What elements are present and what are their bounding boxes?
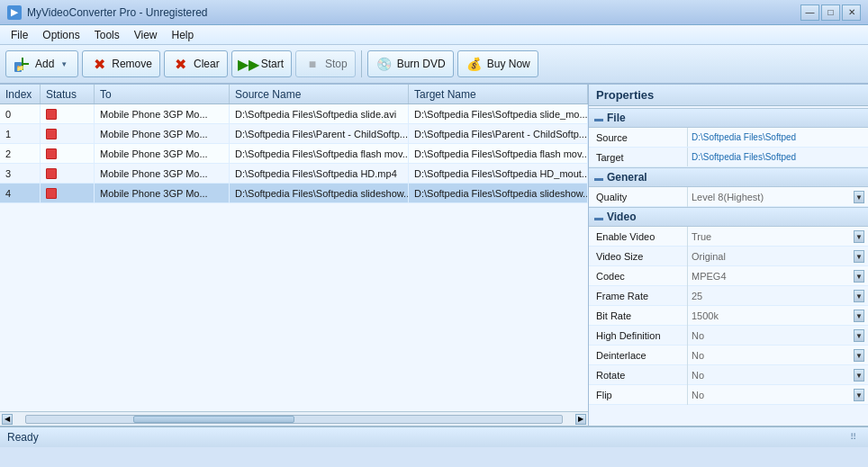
cell-to-2: Mobile Phone 3GP Mo...: [95, 144, 230, 163]
col-header-status: Status: [41, 85, 95, 103]
prop-row-target: Target D:\Softpedia Files\Softped: [589, 148, 868, 167]
cell-to-1: Mobile Phone 3GP Mo...: [95, 124, 230, 143]
status-dot: [46, 188, 57, 199]
cell-source-1: D:\Softpedia Files\Parent - ChildSoftp..…: [230, 124, 409, 143]
quality-dropdown[interactable]: ▼: [854, 191, 864, 203]
prop-value-source: D:\Softpedia Files\Softped: [688, 128, 868, 147]
resize-grip: ⠿: [850, 432, 861, 443]
cell-status-2: [41, 144, 95, 163]
file-table: Index Status To Source Name Target Name …: [0, 85, 588, 411]
prop-value-enable-video: True ▼: [688, 227, 868, 247]
table-row[interactable]: 4 Mobile Phone 3GP Mo... D:\Softpedia Fi…: [0, 184, 588, 203]
prop-value-video-size: Original ▼: [688, 247, 868, 266]
burn-dvd-label: Burn DVD: [397, 58, 446, 70]
menu-tools[interactable]: Tools: [87, 27, 127, 43]
menu-help[interactable]: Help: [165, 27, 202, 43]
prop-row-rotate: Rotate No ▼: [589, 365, 868, 385]
col-header-source: Source Name: [230, 85, 409, 103]
enable-video-dropdown[interactable]: ▼: [854, 230, 864, 243]
col-header-to: To: [95, 85, 230, 103]
menu-file[interactable]: File: [4, 27, 35, 43]
start-button[interactable]: ▶▶ Start: [231, 50, 292, 77]
window-controls: — □ ✕: [800, 4, 861, 21]
menu-options[interactable]: Options: [35, 27, 86, 43]
cell-to-3: Mobile Phone 3GP Mo...: [95, 164, 230, 183]
codec-dropdown[interactable]: ▼: [854, 270, 864, 283]
scrollbar-track[interactable]: [25, 415, 563, 424]
horizontal-scrollbar[interactable]: ◀ ▶: [0, 411, 588, 426]
flip-dropdown[interactable]: ▼: [854, 389, 864, 401]
prop-value-codec: MPEG4 ▼: [688, 266, 868, 286]
add-button[interactable]: 📁 Add ▼: [5, 50, 78, 77]
rotate-dropdown[interactable]: ▼: [854, 369, 864, 382]
app-icon: ▶: [7, 5, 22, 20]
prop-label-codec: Codec: [589, 266, 688, 286]
buy-now-icon: 💰: [466, 55, 484, 73]
cell-source-0: D:\Softpedia Files\Softpedia slide.avi: [230, 104, 409, 123]
cell-status-4: [41, 184, 95, 202]
status-bar: Ready ⠿: [0, 426, 868, 447]
cell-index-2: 2: [0, 144, 41, 163]
clear-button[interactable]: ✖ Clear: [164, 50, 228, 77]
video-size-dropdown[interactable]: ▼: [854, 250, 864, 263]
prop-section-header-file[interactable]: ▬ File: [589, 108, 868, 128]
prop-row-frame-rate: Frame Rate 25 ▼: [589, 286, 868, 306]
prop-label-rotate: Rotate: [589, 365, 688, 385]
maximize-button[interactable]: □: [821, 4, 840, 21]
cell-to-0: Mobile Phone 3GP Mo...: [95, 104, 230, 123]
scroll-right-arrow[interactable]: ▶: [575, 414, 586, 425]
title-bar: ▶ MyVideoConverter Pro - Unregistered — …: [0, 0, 868, 25]
prop-label-source: Source: [589, 128, 688, 147]
prop-label-enable-video: Enable Video: [589, 227, 688, 247]
remove-button[interactable]: ✖ Remove: [82, 50, 160, 77]
scrollbar-thumb[interactable]: [133, 416, 294, 423]
prop-section-video: ▬ Video Enable Video True ▼ Video Size O…: [589, 207, 868, 405]
prop-label-target: Target: [589, 148, 688, 166]
minimize-button[interactable]: —: [800, 4, 819, 21]
prop-label-bit-rate: Bit Rate: [589, 306, 688, 326]
cell-status-1: [41, 124, 95, 143]
table-row[interactable]: 1 Mobile Phone 3GP Mo... D:\Softpedia Fi…: [0, 124, 588, 144]
prop-value-high-def: No ▼: [688, 326, 868, 346]
collapse-icon: ▬: [594, 113, 603, 123]
table-row[interactable]: 2 Mobile Phone 3GP Mo... D:\Softpedia Fi…: [0, 144, 588, 164]
prop-label-video-size: Video Size: [589, 247, 688, 266]
prop-section-header-video[interactable]: ▬ Video: [589, 207, 868, 227]
prop-value-deinterlace: No ▼: [688, 346, 868, 365]
frame-rate-dropdown[interactable]: ▼: [854, 290, 864, 302]
cell-index-4: 4: [0, 184, 41, 202]
deinterlace-dropdown[interactable]: ▼: [854, 349, 864, 362]
table-row[interactable]: 0 Mobile Phone 3GP Mo... D:\Softpedia Fi…: [0, 104, 588, 124]
stop-button[interactable]: ■ Stop: [295, 50, 356, 77]
cell-target-3: D:\Softpedia Files\Softpedia HD_mout...: [409, 164, 588, 183]
prop-section-header-general[interactable]: ▬ General: [589, 167, 868, 187]
status-dot: [46, 129, 57, 139]
burn-dvd-icon: 💿: [375, 55, 393, 73]
burn-dvd-button[interactable]: 💿 Burn DVD: [367, 50, 454, 77]
main-content: Index Status To Source Name Target Name …: [0, 85, 868, 426]
prop-label-frame-rate: Frame Rate: [589, 286, 688, 306]
high-def-dropdown[interactable]: ▼: [854, 329, 864, 342]
bit-rate-dropdown[interactable]: ▼: [854, 310, 864, 322]
collapse-icon: ▬: [594, 173, 603, 183]
start-icon: ▶▶: [240, 55, 258, 73]
buy-now-button[interactable]: 💰 Buy Now: [457, 50, 538, 77]
prop-value-flip: No ▼: [688, 385, 868, 405]
add-dropdown-arrow[interactable]: ▼: [58, 60, 70, 68]
cell-status-3: [41, 164, 95, 183]
table-row[interactable]: 3 Mobile Phone 3GP Mo... D:\Softpedia Fi…: [0, 164, 588, 184]
cell-source-3: D:\Softpedia Files\Softpedia HD.mp4: [230, 164, 409, 183]
table-body: 0 Mobile Phone 3GP Mo... D:\Softpedia Fi…: [0, 104, 588, 203]
prop-row-deinterlace: Deinterlace No ▼: [589, 346, 868, 365]
prop-section-file: ▬ File Source D:\Softpedia Files\Softped…: [589, 108, 868, 167]
remove-label: Remove: [112, 58, 152, 70]
prop-value-deinterlace-text: No: [692, 350, 854, 361]
prop-value-quality: Level 8(Highest) ▼: [688, 187, 868, 207]
menu-view[interactable]: View: [127, 27, 165, 43]
cell-index-0: 0: [0, 104, 41, 123]
close-button[interactable]: ✕: [842, 4, 861, 21]
cell-index-1: 1: [0, 124, 41, 143]
scroll-left-arrow[interactable]: ◀: [2, 414, 13, 425]
section-video-label: Video: [607, 211, 636, 223]
prop-value-high-def-text: No: [692, 330, 854, 341]
